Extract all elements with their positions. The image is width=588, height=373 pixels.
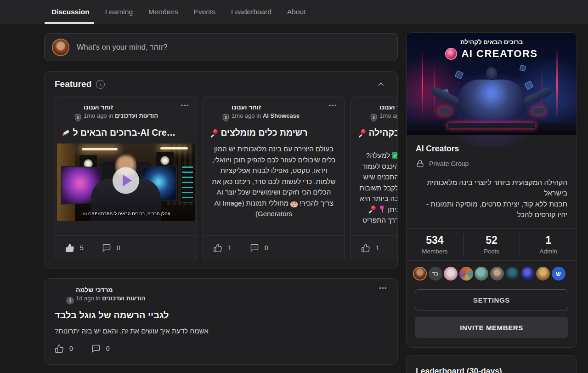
like-icon (55, 344, 64, 353)
post-category[interactable]: הודעות ועדכונים (102, 295, 145, 302)
svg-text:3: 3 (373, 115, 374, 120)
level-badge: 3 (222, 114, 230, 122)
play-button[interactable] (113, 167, 139, 194)
like-icon (65, 243, 74, 252)
author-name[interactable]: מרדכי שלמה (76, 286, 145, 293)
post-title[interactable]: לגביי הרשמה של גוגל בלבד (55, 310, 387, 321)
author-name[interactable]: זוהר וענונו (84, 103, 158, 111)
lock-icon (416, 159, 424, 168)
post-composer[interactable]: What's on your mind, זוהר? (44, 33, 398, 61)
like-button[interactable]: 1 (213, 243, 232, 252)
comment-button[interactable]: 0 (91, 344, 110, 353)
author-name[interactable]: זוהר וענונו (232, 103, 300, 111)
post-title[interactable]: בקהילה (358, 127, 397, 138)
member-avatar[interactable] (505, 267, 519, 281)
level-badge: 3 (74, 114, 82, 122)
leaderboard-panel: Leaderboard (30-days) (406, 355, 577, 373)
like-icon (361, 243, 370, 252)
nav-tabs: Discussion Learning Members Events Leade… (0, 0, 588, 24)
stat-posts[interactable]: 52 Posts (463, 234, 520, 255)
comment-count: 0 (106, 345, 110, 352)
level-badge: 1 (66, 297, 74, 304)
settings-button[interactable]: SETTINGS (415, 289, 568, 310)
video-thumbnail[interactable]: אהלן חברים, ברוכים הבאים ל-AI CREATORS! (57, 143, 195, 221)
like-count: 1 (228, 244, 232, 252)
author-name[interactable]: זוהר וענונו (379, 103, 397, 111)
group-description-line: הקהילה המקצועית ביותר ליוצרי בינה מלאכות… (416, 177, 567, 199)
like-count: 0 (69, 345, 73, 352)
tab-members[interactable]: Members (148, 0, 178, 24)
comment-button[interactable]: 0 (250, 243, 268, 252)
comment-count: 0 (265, 244, 268, 252)
more-options-icon[interactable] (379, 286, 387, 303)
like-button[interactable]: 0 (55, 344, 73, 353)
like-button[interactable]: 1 (361, 243, 379, 252)
member-avatar[interactable] (490, 267, 504, 281)
post-category[interactable]: הודעות ועדכונים (115, 112, 158, 119)
featured-card-tools[interactable]: 3 זוהר וענונו 1mo ago in AI Showcase רשי… (203, 97, 345, 260)
member-avatar[interactable] (444, 267, 458, 281)
composer-placeholder[interactable]: What's on your mind, זוהר? (77, 43, 167, 52)
member-avatar[interactable] (521, 267, 535, 281)
like-count: 1 (376, 244, 379, 252)
info-icon[interactable]: i (96, 80, 105, 89)
tab-leaderboard[interactable]: Leaderboard (231, 0, 271, 24)
member-avatar[interactable] (413, 267, 427, 281)
featured-section: Featured i 3 זוהר וענונ (44, 71, 398, 269)
tab-learning[interactable]: Learning (105, 0, 133, 24)
post-category[interactable]: AI Showcase (263, 112, 300, 119)
post-body[interactable]: אשמח לדעת איך עושים את זה. והאם יש בזה י… (55, 327, 387, 335)
tab-discussion[interactable]: Discussion (51, 0, 90, 24)
post-time: 1mo ago (379, 112, 397, 119)
post-time: 1d ago (76, 295, 94, 302)
more-options-icon[interactable] (181, 103, 189, 120)
member-avatar[interactable]: ש (552, 267, 565, 281)
featured-card-welcome[interactable]: 3 זוהר וענונו 1mo ago in הודעות ועדכונים… (55, 97, 197, 260)
comment-icon (250, 243, 259, 252)
palette-emoji (290, 201, 298, 207)
stat-members[interactable]: 534 Members (407, 234, 463, 255)
collapse-chevron-up-icon[interactable] (376, 80, 385, 89)
member-avatar[interactable] (536, 267, 550, 281)
invite-members-button[interactable]: INVITE MEMBERS (415, 317, 568, 338)
current-user-avatar[interactable] (52, 39, 69, 56)
member-avatar[interactable] (475, 267, 488, 281)
comment-button[interactable]: 0 (102, 243, 120, 252)
featured-title: Featured (55, 79, 91, 89)
comment-count: 0 (117, 244, 120, 252)
like-icon (213, 243, 222, 252)
member-avatar[interactable] (459, 267, 473, 281)
comment-icon (102, 243, 111, 252)
group-banner[interactable]: ברוכים הבאים לקהילת AI CREATORS (407, 33, 577, 135)
banner-brand-text: AI CREATORS (461, 48, 537, 60)
pin2-emoji (378, 206, 386, 213)
video-caption: אהלן חברים, ברוכים הבאים ל-AI CREATORS! (57, 211, 195, 216)
top-navigation: Discussion Learning Members Events Leade… (0, 0, 588, 24)
svg-text:3: 3 (77, 115, 79, 120)
pin-emoji (368, 206, 376, 213)
rocket-emoji (62, 129, 70, 137)
more-options-icon[interactable] (329, 103, 337, 120)
leaderboard-title: Leaderboard (30-days) (416, 367, 567, 373)
check-emoji (392, 152, 397, 159)
post-title[interactable]: ברוכים הבאים ל-AI Creators (62, 127, 180, 138)
post-body[interactable]: בעולם היצירה עם בינה מלאכותית יש המון כל… (210, 143, 337, 219)
like-button[interactable]: 5 (65, 243, 84, 252)
group-description-line: תכנות ללא קוד, יצירת סרטים, מוסיקה ותמונ… (416, 199, 567, 220)
group-info-panel: ברוכים הבאים לקהילת AI CREATORS AI Creat… (406, 32, 577, 348)
tab-about[interactable]: About (287, 0, 306, 24)
member-avatars-row: בדש (407, 261, 577, 287)
post-time: 1mo ago (84, 112, 107, 119)
level-badge: 3 (370, 114, 378, 122)
feed-post[interactable]: 1 מרדכי שלמה 1d ago in הודעות ועדכונים ל… (44, 278, 398, 365)
post-title[interactable]: רשימת כלים מומלצים (210, 127, 337, 138)
featured-card-community[interactable]: 3 זוהר וענונו 1mo ago in בקהילה למעלה? ה… (351, 97, 397, 260)
post-body[interactable]: למעלה? היכנס לעמוד התכנים שיש לקבל תשובו… (358, 150, 397, 226)
featured-cards-row: 3 זוהר וענונו 1mo ago in הודעות ועדכונים… (55, 97, 397, 260)
stat-admins[interactable]: 1 Admin (520, 234, 577, 255)
svg-text:3: 3 (225, 115, 226, 120)
like-count: 5 (80, 244, 84, 252)
comment-icon (91, 344, 101, 353)
tab-events[interactable]: Events (194, 0, 215, 24)
member-avatar[interactable]: בד (429, 267, 442, 281)
